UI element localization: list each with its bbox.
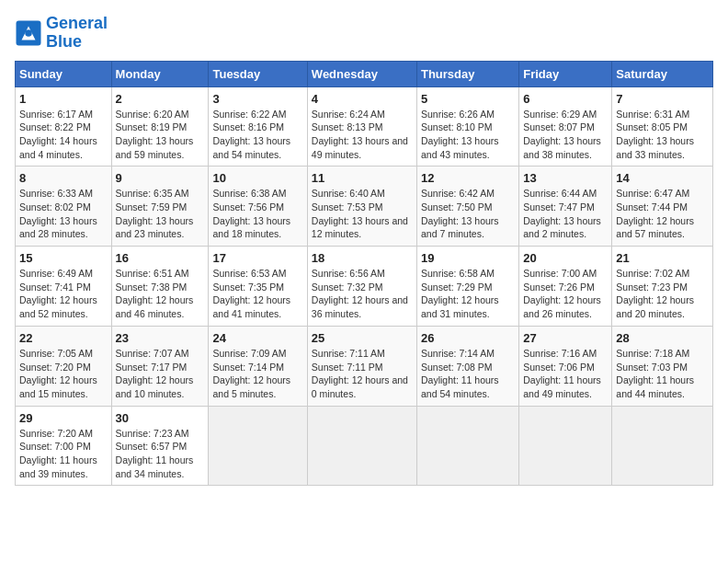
calendar-cell: 21Sunrise: 7:02 AMSunset: 7:23 PMDayligh… — [612, 247, 713, 327]
day-number: 4 — [312, 92, 413, 106]
day-info: Sunrise: 7:11 AMSunset: 7:11 PMDaylight:… — [312, 347, 413, 401]
calendar-table: SundayMondayTuesdayWednesdayThursdayFrid… — [15, 61, 713, 487]
calendar-cell: 10Sunrise: 6:38 AMSunset: 7:56 PMDayligh… — [209, 167, 307, 247]
day-info: Sunrise: 6:35 AMSunset: 7:59 PMDaylight:… — [116, 187, 205, 241]
day-info: Sunrise: 7:18 AMSunset: 7:03 PMDaylight:… — [616, 347, 709, 401]
calendar-cell — [209, 406, 307, 486]
day-number: 13 — [523, 171, 608, 185]
calendar-cell: 2Sunrise: 6:20 AMSunset: 8:19 PMDaylight… — [111, 86, 209, 167]
calendar-cell: 3Sunrise: 6:22 AMSunset: 8:16 PMDaylight… — [209, 86, 307, 167]
calendar-week-row: 15Sunrise: 6:49 AMSunset: 7:41 PMDayligh… — [16, 247, 713, 327]
day-number: 24 — [212, 331, 302, 345]
calendar-cell — [612, 406, 713, 486]
day-info: Sunrise: 7:07 AMSunset: 7:17 PMDaylight:… — [116, 347, 205, 401]
day-number: 17 — [212, 251, 302, 265]
day-info: Sunrise: 6:17 AMSunset: 8:22 PMDaylight:… — [19, 108, 108, 162]
calendar-header-row: SundayMondayTuesdayWednesdayThursdayFrid… — [16, 61, 713, 86]
calendar-cell — [416, 406, 518, 486]
day-number: 20 — [523, 251, 608, 265]
day-info: Sunrise: 7:05 AMSunset: 7:20 PMDaylight:… — [19, 347, 108, 401]
calendar-cell: 24Sunrise: 7:09 AMSunset: 7:14 PMDayligh… — [209, 326, 307, 406]
day-number: 14 — [616, 171, 709, 185]
calendar-cell: 5Sunrise: 6:26 AMSunset: 8:10 PMDaylight… — [416, 86, 518, 167]
day-number: 1 — [19, 92, 108, 106]
weekday-header: Sunday — [16, 61, 112, 86]
calendar-cell: 16Sunrise: 6:51 AMSunset: 7:38 PMDayligh… — [111, 247, 209, 327]
calendar-cell: 7Sunrise: 6:31 AMSunset: 8:05 PMDaylight… — [612, 86, 713, 167]
calendar-cell: 18Sunrise: 6:56 AMSunset: 7:32 PMDayligh… — [307, 247, 416, 327]
logo-icon — [15, 19, 42, 47]
day-number: 29 — [19, 411, 108, 425]
day-info: Sunrise: 6:44 AMSunset: 7:47 PMDaylight:… — [523, 187, 608, 241]
day-number: 2 — [116, 92, 205, 106]
calendar-cell: 26Sunrise: 7:14 AMSunset: 7:08 PMDayligh… — [416, 326, 518, 406]
calendar-cell: 30Sunrise: 7:23 AMSunset: 6:57 PMDayligh… — [111, 406, 209, 486]
calendar-cell — [307, 406, 416, 486]
logo-text: GeneralBlue — [46, 15, 108, 52]
day-number: 10 — [212, 171, 302, 185]
weekday-header: Saturday — [612, 61, 713, 86]
page-header: GeneralBlue — [15, 15, 713, 52]
day-number: 16 — [116, 251, 205, 265]
day-number: 23 — [116, 331, 205, 345]
day-info: Sunrise: 6:33 AMSunset: 8:02 PMDaylight:… — [19, 187, 108, 241]
weekday-header: Friday — [519, 61, 612, 86]
day-number: 22 — [19, 331, 108, 345]
day-info: Sunrise: 6:38 AMSunset: 7:56 PMDaylight:… — [212, 187, 302, 241]
day-info: Sunrise: 7:00 AMSunset: 7:26 PMDaylight:… — [523, 267, 608, 321]
day-info: Sunrise: 7:14 AMSunset: 7:08 PMDaylight:… — [421, 347, 515, 401]
weekday-header: Wednesday — [307, 61, 416, 86]
calendar-week-row: 8Sunrise: 6:33 AMSunset: 8:02 PMDaylight… — [16, 167, 713, 247]
day-number: 9 — [116, 171, 205, 185]
day-info: Sunrise: 6:20 AMSunset: 8:19 PMDaylight:… — [116, 108, 205, 162]
day-number: 12 — [421, 171, 515, 185]
day-number: 6 — [523, 92, 608, 106]
day-info: Sunrise: 6:42 AMSunset: 7:50 PMDaylight:… — [421, 187, 515, 241]
day-number: 19 — [421, 251, 515, 265]
day-info: Sunrise: 7:09 AMSunset: 7:14 PMDaylight:… — [212, 347, 302, 401]
calendar-cell: 11Sunrise: 6:40 AMSunset: 7:53 PMDayligh… — [307, 167, 416, 247]
calendar-cell: 25Sunrise: 7:11 AMSunset: 7:11 PMDayligh… — [307, 326, 416, 406]
day-number: 15 — [19, 251, 108, 265]
day-number: 8 — [19, 171, 108, 185]
day-info: Sunrise: 6:51 AMSunset: 7:38 PMDaylight:… — [116, 267, 205, 321]
logo: GeneralBlue — [15, 15, 108, 52]
calendar-week-row: 1Sunrise: 6:17 AMSunset: 8:22 PMDaylight… — [16, 86, 713, 167]
day-number: 5 — [421, 92, 515, 106]
calendar-week-row: 29Sunrise: 7:20 AMSunset: 7:00 PMDayligh… — [16, 406, 713, 486]
calendar-cell: 8Sunrise: 6:33 AMSunset: 8:02 PMDaylight… — [16, 167, 112, 247]
day-info: Sunrise: 6:40 AMSunset: 7:53 PMDaylight:… — [312, 187, 413, 241]
day-info: Sunrise: 6:47 AMSunset: 7:44 PMDaylight:… — [616, 187, 709, 241]
day-info: Sunrise: 6:22 AMSunset: 8:16 PMDaylight:… — [212, 108, 302, 162]
day-number: 28 — [616, 331, 709, 345]
day-info: Sunrise: 6:58 AMSunset: 7:29 PMDaylight:… — [421, 267, 515, 321]
day-number: 30 — [116, 411, 205, 425]
day-number: 7 — [616, 92, 709, 106]
day-info: Sunrise: 6:53 AMSunset: 7:35 PMDaylight:… — [212, 267, 302, 321]
day-number: 21 — [616, 251, 709, 265]
calendar-cell — [519, 406, 612, 486]
day-info: Sunrise: 6:49 AMSunset: 7:41 PMDaylight:… — [19, 267, 108, 321]
day-info: Sunrise: 7:16 AMSunset: 7:06 PMDaylight:… — [523, 347, 608, 401]
calendar-cell: 17Sunrise: 6:53 AMSunset: 7:35 PMDayligh… — [209, 247, 307, 327]
weekday-header: Tuesday — [209, 61, 307, 86]
day-number: 18 — [312, 251, 413, 265]
calendar-cell: 13Sunrise: 6:44 AMSunset: 7:47 PMDayligh… — [519, 167, 612, 247]
calendar-cell: 28Sunrise: 7:18 AMSunset: 7:03 PMDayligh… — [612, 326, 713, 406]
weekday-header: Monday — [111, 61, 209, 86]
calendar-cell: 4Sunrise: 6:24 AMSunset: 8:13 PMDaylight… — [307, 86, 416, 167]
day-info: Sunrise: 6:31 AMSunset: 8:05 PMDaylight:… — [616, 108, 709, 162]
calendar-cell: 15Sunrise: 6:49 AMSunset: 7:41 PMDayligh… — [16, 247, 112, 327]
calendar-cell: 22Sunrise: 7:05 AMSunset: 7:20 PMDayligh… — [16, 326, 112, 406]
day-number: 27 — [523, 331, 608, 345]
day-info: Sunrise: 6:29 AMSunset: 8:07 PMDaylight:… — [523, 108, 608, 162]
calendar-cell: 9Sunrise: 6:35 AMSunset: 7:59 PMDaylight… — [111, 167, 209, 247]
calendar-cell: 12Sunrise: 6:42 AMSunset: 7:50 PMDayligh… — [416, 167, 518, 247]
weekday-header: Thursday — [416, 61, 518, 86]
day-number: 11 — [312, 171, 413, 185]
calendar-cell: 27Sunrise: 7:16 AMSunset: 7:06 PMDayligh… — [519, 326, 612, 406]
svg-point-2 — [25, 29, 32, 37]
calendar-cell: 20Sunrise: 7:00 AMSunset: 7:26 PMDayligh… — [519, 247, 612, 327]
day-info: Sunrise: 6:26 AMSunset: 8:10 PMDaylight:… — [421, 108, 515, 162]
day-info: Sunrise: 6:24 AMSunset: 8:13 PMDaylight:… — [312, 108, 413, 162]
